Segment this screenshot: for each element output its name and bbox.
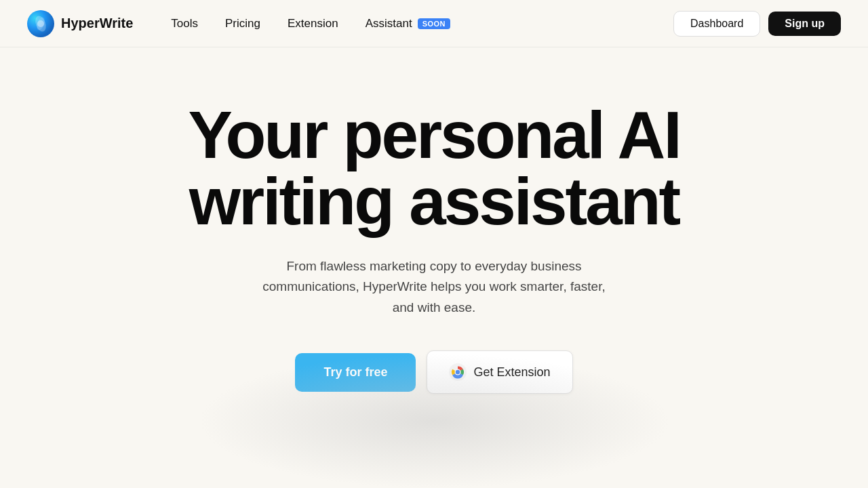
hero-section: Your personal AI writing assistant From … — [0, 47, 868, 434]
signup-button[interactable]: Sign up — [768, 12, 841, 36]
nav-link-assistant[interactable]: Assistant SOON — [355, 12, 461, 36]
nav-links: Tools Pricing Extension Assistant SOON — [160, 12, 673, 36]
nav-link-tools[interactable]: Tools — [160, 12, 209, 36]
nav-actions: Dashboard Sign up — [673, 11, 841, 37]
hero-buttons: Try for free Get Extension — [295, 350, 572, 394]
dashboard-button[interactable]: Dashboard — [673, 11, 760, 37]
svg-point-6 — [456, 370, 460, 374]
hero-subtitle: From flawless marketing copy to everyday… — [251, 256, 617, 318]
hero-title: Your personal AI writing assistant — [188, 102, 679, 235]
nav-link-extension[interactable]: Extension — [277, 12, 349, 36]
get-extension-button[interactable]: Get Extension — [427, 350, 572, 394]
logo-text: HyperWrite — [61, 16, 133, 31]
logo-link[interactable]: HyperWrite — [27, 10, 133, 37]
try-free-button[interactable]: Try for free — [295, 353, 416, 392]
nav-link-pricing[interactable]: Pricing — [214, 12, 271, 36]
soon-badge: SOON — [418, 18, 450, 29]
logo-icon — [27, 10, 54, 37]
chrome-icon — [449, 363, 467, 381]
navbar: HyperWrite Tools Pricing Extension Assis… — [0, 0, 868, 47]
svg-point-3 — [37, 20, 44, 27]
